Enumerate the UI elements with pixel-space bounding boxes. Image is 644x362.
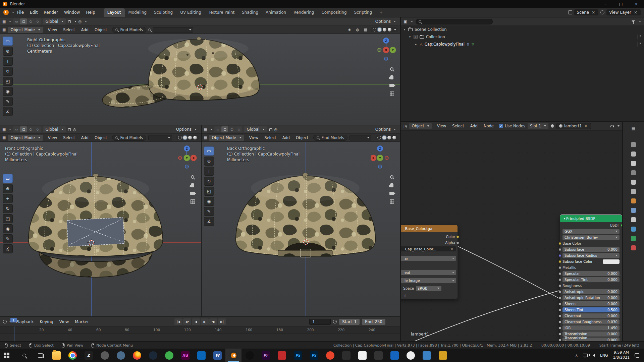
options-dropdown[interactable]: Options <box>373 126 398 132</box>
taskbar-app-icon[interactable] <box>274 349 290 362</box>
pan-hand-icon[interactable] <box>191 183 194 187</box>
tool-button[interactable]: + <box>204 167 214 176</box>
window-control-button[interactable]: × <box>629 0 644 8</box>
scene-unlink-icon[interactable]: × <box>591 10 596 15</box>
alpha-output-socket[interactable] <box>456 241 459 244</box>
interpolation-dropdown[interactable]: ar <box>401 256 456 261</box>
object-mode-dropdown[interactable]: Object Mode <box>209 135 244 141</box>
taskbar-app-icon[interactable] <box>97 349 113 362</box>
current-frame-field[interactable]: 1 <box>309 319 331 325</box>
node-input-socket[interactable] <box>558 296 561 299</box>
object-mode-dropdown[interactable]: Object Mode <box>8 135 43 141</box>
editor-type-icon[interactable]: ◳ <box>404 124 407 128</box>
tool-button[interactable]: ⊕ <box>3 47 13 56</box>
workspace-tab[interactable]: Modeling <box>125 8 151 17</box>
node-input-socket[interactable] <box>558 278 561 281</box>
shader-type-dropdown[interactable]: Object <box>409 123 431 129</box>
shading-wireframe-icon[interactable] <box>178 136 182 139</box>
task-view-button[interactable] <box>32 349 48 362</box>
menubar-item[interactable]: File <box>14 8 27 17</box>
source-dropdown[interactable]: le Image <box>401 278 456 283</box>
select-mode-button[interactable]: ◇ <box>34 126 41 132</box>
bsdf-input-row[interactable]: Clearcoat 0.000 <box>560 313 622 319</box>
bsdf-input-row[interactable]: Sheen Tint 0.500 <box>560 307 622 313</box>
timeline-tracks[interactable] <box>0 334 400 341</box>
action-center-icon[interactable] <box>635 353 639 358</box>
show-overlays-toggle[interactable]: ◍ <box>355 27 361 33</box>
workspace-tab[interactable]: Scripting <box>351 8 376 17</box>
node-input-socket[interactable] <box>558 254 561 257</box>
bsdf-input-widget[interactable]: Subsurface 0.000 <box>562 247 620 252</box>
material-slot-dropdown[interactable]: Slot 1 <box>528 123 548 129</box>
shader-menu-item[interactable]: View <box>434 124 449 128</box>
properties-tab-icon[interactable] <box>631 217 636 222</box>
taskbar-app-icon[interactable] <box>225 349 241 362</box>
taskbar-app-icon[interactable] <box>419 349 435 362</box>
select-mode-button[interactable]: ▢ <box>20 126 27 132</box>
image-unlink-icon[interactable]: × <box>449 247 454 251</box>
bsdf-input-row[interactable]: Roughness <box>560 283 622 289</box>
editor-type-icon[interactable]: ▦ <box>2 127 6 132</box>
shading-wireframe-icon[interactable] <box>377 136 381 139</box>
navigation-gizmo[interactable]: Z X Y <box>371 144 390 173</box>
editor-type-clock-icon[interactable] <box>3 320 7 323</box>
workspace-tab[interactable]: Compositing <box>318 8 350 17</box>
pan-hand-icon[interactable] <box>390 183 393 187</box>
window-control-button[interactable]: – <box>598 0 613 8</box>
viewport-canvas[interactable]: Back Orthographic (1) Collection | Cap:C… <box>202 142 400 316</box>
zoom-icon[interactable] <box>390 67 393 71</box>
transform-orientation-dropdown[interactable]: Global <box>43 126 65 132</box>
viewport-menu-item[interactable]: View <box>45 27 60 32</box>
camera-view-icon[interactable] <box>389 84 394 87</box>
shader-menu-item[interactable]: Add <box>467 124 481 128</box>
shader-menu-item[interactable]: Node <box>481 124 497 128</box>
transport-button[interactable]: ◀ <box>192 318 200 325</box>
tool-button[interactable]: + <box>3 57 13 66</box>
snap-magnet-icon[interactable] <box>68 128 71 131</box>
select-mode-button[interactable]: ○ <box>27 18 34 24</box>
blender-menu-icon[interactable] <box>3 10 9 15</box>
find-models-button[interactable]: Find Models <box>313 135 347 141</box>
network-icon[interactable] <box>583 354 588 357</box>
pan-hand-icon[interactable] <box>390 75 393 79</box>
bsdf-input-row[interactable]: Specular 0.000 <box>560 270 622 277</box>
shader-node-canvas[interactable]: _Base_Color.tga Color Alpha Cap_Base_Col… <box>401 131 622 341</box>
taskbar-app-icon[interactable] <box>48 349 64 362</box>
visibility-eye-icon[interactable] <box>638 42 638 47</box>
collapse-arrow-icon[interactable]: ▾ <box>563 217 566 220</box>
properties-tab-icon[interactable] <box>631 236 636 241</box>
workspace-tab[interactable]: UV Editing <box>176 8 205 17</box>
material-browse-icon[interactable] <box>551 124 554 128</box>
principled-bsdf-node[interactable]: ▾ Principled BSDF BSDF GGX Christ <box>560 215 622 341</box>
viewport-menu-item[interactable]: Select <box>60 27 78 32</box>
tool-button[interactable]: ◉ <box>3 224 13 233</box>
bsdf-input-row[interactable]: Transmission Roughness 0.000 <box>560 337 622 341</box>
editor-type-icon[interactable]: ▣ <box>404 19 407 24</box>
zoom-icon[interactable] <box>191 175 194 179</box>
expand-arrow-icon[interactable]: ▾ <box>403 28 406 31</box>
bsdf-input-widget[interactable]: Specular 0.000 <box>562 271 620 276</box>
shading-material-icon[interactable] <box>387 136 391 139</box>
color-output-socket[interactable] <box>456 235 459 238</box>
bsdf-input-row[interactable]: GGX <box>560 228 622 234</box>
viewport-menu-item[interactable]: Add <box>78 135 92 140</box>
editor-type-icon[interactable]: ▤ <box>632 126 635 131</box>
menubar-item[interactable]: Window <box>61 8 83 17</box>
taskbar-app-icon[interactable]: Ps <box>306 349 322 362</box>
node-input-socket[interactable] <box>558 326 561 329</box>
volume-icon[interactable] <box>593 354 595 357</box>
taskbar-app-icon[interactable]: Xd <box>177 349 193 362</box>
taskbar-app-icon[interactable] <box>193 349 209 362</box>
node-input-socket[interactable] <box>558 260 561 263</box>
tool-button[interactable]: ✎ <box>204 207 214 216</box>
bsdf-input-row[interactable]: Anisotropic 0.000 <box>560 289 622 295</box>
shading-material-icon[interactable] <box>383 28 386 32</box>
properties-tab-icon[interactable] <box>631 142 636 147</box>
outliner-row-scene-collection[interactable]: ▾ Scene Collection <box>401 26 644 33</box>
tool-button[interactable]: ◰ <box>204 187 214 196</box>
expand-arrow-icon[interactable]: ▾ <box>408 35 412 39</box>
menubar-item[interactable]: Help <box>83 8 98 17</box>
properties-tab-icon[interactable] <box>631 170 636 175</box>
editor-type-icon[interactable]: ▦ <box>2 19 6 24</box>
node-input-socket[interactable] <box>558 320 561 323</box>
